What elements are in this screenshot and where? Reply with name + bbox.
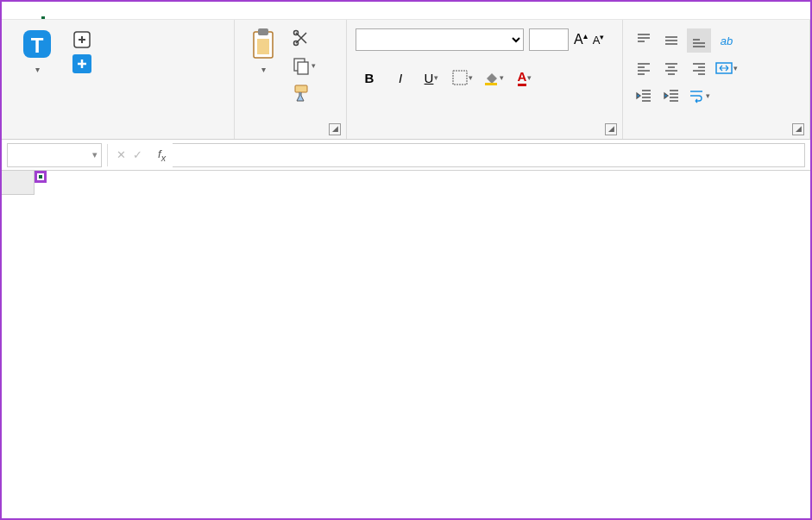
fx-icon[interactable]: fx [151, 147, 173, 163]
name-box[interactable] [7, 143, 102, 167]
templafy-logo-icon: T [20, 27, 54, 61]
copy-icon [292, 56, 311, 75]
decrease-font-button[interactable]: A▾ [593, 33, 605, 47]
select-all-corner[interactable] [2, 171, 35, 195]
tab-page-layout[interactable] [140, 7, 167, 19]
align-left-icon [635, 60, 652, 77]
group-font-label: ◢ [352, 132, 617, 137]
align-middle-icon [663, 32, 680, 49]
align-center-button[interactable] [659, 56, 683, 80]
fill-handle[interactable] [35, 171, 47, 183]
group-clipboard: ▾ ▾ ◢ [235, 20, 347, 139]
group-templafy-label [7, 132, 229, 137]
decrease-indent-button[interactable] [632, 84, 656, 108]
ribbon: T ▾ [2, 19, 810, 140]
borders-icon [452, 70, 468, 85]
font-color-button[interactable]: A▾ [511, 65, 538, 91]
svg-rect-12 [485, 83, 497, 85]
worksheet [2, 171, 810, 195]
alignment-launcher-icon[interactable]: ◢ [792, 123, 804, 135]
formula-input[interactable] [173, 143, 805, 167]
svg-rect-4 [258, 28, 268, 35]
indent-right-icon [663, 87, 680, 104]
wrap-icon [688, 88, 705, 103]
svg-text:T: T [31, 34, 44, 57]
group-alignment: ab ▾ ▾ ◢ [623, 20, 810, 139]
paintbrush-icon [292, 84, 312, 103]
svg-rect-5 [257, 39, 269, 54]
chevron-down-icon: ▾ [261, 65, 266, 74]
clipboard-launcher-icon[interactable]: ◢ [329, 123, 341, 135]
italic-button[interactable]: I [387, 65, 414, 91]
align-top-button[interactable] [632, 28, 656, 53]
group-templafy: T ▾ [2, 20, 235, 139]
chevron-down-icon: ▾ [35, 65, 40, 74]
group-alignment-label: ◢ [628, 132, 804, 137]
orientation-icon: ab [721, 34, 733, 47]
formula-bar: ✕ ✓ fx [2, 140, 810, 171]
align-middle-button[interactable] [659, 28, 683, 53]
tab-review[interactable] [223, 7, 250, 19]
font-color-icon: A [518, 69, 527, 86]
wrap-text-button[interactable]: ▾ [687, 84, 711, 108]
paste-button[interactable]: ▾ [240, 23, 286, 78]
ribbon-tabs [2, 2, 810, 19]
tab-home[interactable] [29, 7, 57, 19]
bold-button[interactable]: B [356, 65, 383, 91]
align-bottom-icon [690, 32, 708, 49]
scissors-icon [292, 28, 311, 47]
plus-doc-icon [72, 30, 91, 49]
svg-rect-10 [295, 85, 307, 92]
bucket-icon [483, 70, 499, 85]
increase-indent-button[interactable] [659, 84, 683, 108]
plus-blue-icon [72, 54, 91, 73]
align-bottom-button[interactable] [687, 28, 711, 53]
clipboard-icon [246, 27, 280, 61]
tab-file[interactable] [2, 7, 29, 19]
cut-button[interactable] [292, 28, 316, 47]
tab-templafy[interactable] [57, 7, 85, 19]
tab-draw[interactable] [112, 7, 140, 19]
svg-rect-9 [298, 62, 308, 74]
tab-formulas[interactable] [167, 7, 195, 19]
group-font: A▴ A▾ B I U▾ ▾ ▾ A▾ ◢ [347, 20, 623, 139]
align-center-icon [663, 60, 680, 77]
group-clipboard-label: ◢ [240, 132, 341, 137]
chevron-down-icon: ▾ [312, 61, 316, 70]
tab-insert[interactable] [85, 7, 112, 19]
font-name-select[interactable] [356, 28, 524, 51]
borders-button[interactable]: ▾ [449, 65, 476, 91]
align-top-icon [635, 32, 652, 49]
increase-font-button[interactable]: A▴ [574, 31, 588, 47]
find-template-button[interactable] [72, 54, 97, 73]
enter-formula-button[interactable]: ✓ [133, 148, 142, 161]
blank-spreadsheet-button[interactable] [72, 30, 97, 49]
merge-icon [715, 60, 733, 76]
font-launcher-icon[interactable]: ◢ [605, 123, 617, 135]
fill-color-button[interactable]: ▾ [480, 65, 507, 91]
align-left-button[interactable] [632, 56, 656, 80]
font-size-input[interactable] [529, 28, 569, 51]
orientation-button[interactable]: ab [714, 28, 739, 53]
copy-button[interactable]: ▾ [292, 56, 316, 75]
alignment-more [714, 84, 739, 108]
align-right-button[interactable] [687, 56, 711, 80]
tab-data[interactable] [195, 7, 223, 19]
underline-button[interactable]: U▾ [418, 65, 445, 91]
cancel-formula-button[interactable]: ✕ [116, 148, 126, 161]
merge-button[interactable]: ▾ [714, 56, 739, 80]
align-right-icon [690, 60, 708, 77]
svg-rect-11 [453, 71, 467, 85]
content-library-button[interactable]: T ▾ [7, 23, 67, 78]
format-painter-button[interactable] [292, 84, 316, 103]
indent-left-icon [635, 87, 652, 104]
